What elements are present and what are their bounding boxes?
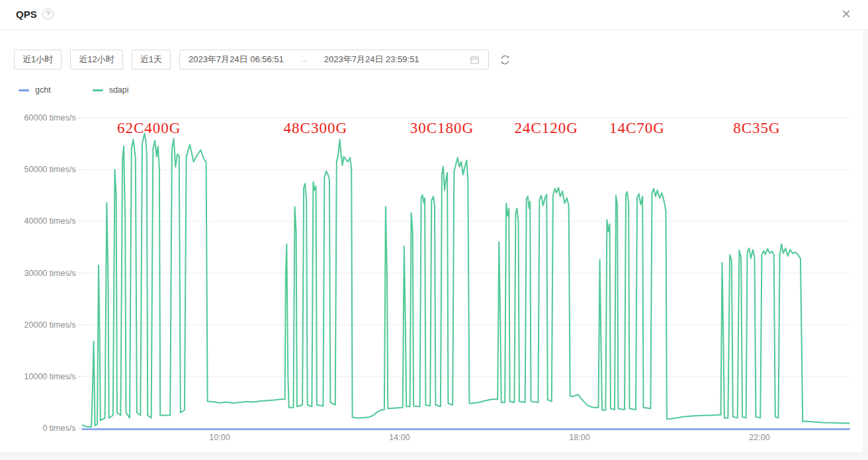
dialog-header: QPS ? × — [0, 0, 868, 30]
date-range-picker[interactable]: 2023年7月24日 06:56:51 → 2023年7月24日 23:59:5… — [179, 50, 489, 69]
y-tick-label: 40000 times/s — [24, 216, 76, 226]
chart-legend: gcht sdapi — [19, 85, 129, 95]
annotation-label: 8C35G — [733, 120, 780, 136]
quick-range-12h-button[interactable]: 近12小时 — [70, 50, 122, 69]
quick-range-1d-button[interactable]: 近1天 — [132, 50, 171, 69]
y-tick-label: 50000 times/s — [24, 165, 76, 174]
y-tick-label: 0 times/s — [42, 424, 75, 433]
legend-item-gcht[interactable]: gcht — [19, 85, 51, 95]
annotation-label: 14C70G — [609, 120, 665, 136]
y-tick-label: 20000 times/s — [24, 320, 76, 330]
quick-range-1h-button[interactable]: 近1小时 — [14, 50, 62, 69]
y-tick-label: 30000 times/s — [24, 269, 76, 278]
legend-label-gcht: gcht — [35, 85, 51, 95]
annotation-label: 48C300G — [284, 120, 347, 136]
y-tick-label: 10000 times/s — [24, 372, 76, 381]
date-end-value[interactable]: 2023年7月24日 23:59:51 — [324, 54, 419, 66]
footer-band — [0, 452, 868, 460]
legend-swatch-gcht — [19, 89, 29, 91]
x-tick-label: 10:00 — [209, 433, 230, 442]
x-tick-label: 14:00 — [389, 433, 410, 442]
close-icon[interactable]: × — [842, 5, 851, 23]
qps-dialog: 0 times/s10000 times/s20000 times/s30000… — [0, 0, 868, 460]
page-title: QPS — [16, 9, 37, 20]
annotation-label: 62C400G — [117, 120, 181, 136]
refresh-icon[interactable] — [499, 54, 511, 66]
annotation-label: 30C180G — [410, 120, 474, 136]
help-icon[interactable]: ? — [42, 9, 54, 20]
legend-item-sdapi[interactable]: sdapi — [93, 85, 129, 95]
legend-label-sdapi: sdapi — [109, 85, 129, 95]
calendar-icon[interactable] — [470, 55, 480, 65]
y-tick-label: 60000 times/s — [24, 113, 76, 122]
scrollbar-track[interactable] — [863, 30, 868, 453]
series-sdapi[interactable] — [83, 134, 849, 428]
time-range-toolbar: 近1小时 近12小时 近1天 2023年7月24日 06:56:51 → 202… — [14, 50, 511, 69]
annotation-label: 24C120G — [514, 120, 578, 136]
legend-swatch-sdapi — [93, 89, 103, 91]
date-start-value[interactable]: 2023年7月24日 06:56:51 — [189, 54, 284, 66]
range-arrow-icon: → — [300, 55, 308, 65]
x-tick-label: 22:00 — [749, 433, 769, 442]
x-tick-label: 18:00 — [569, 433, 589, 442]
